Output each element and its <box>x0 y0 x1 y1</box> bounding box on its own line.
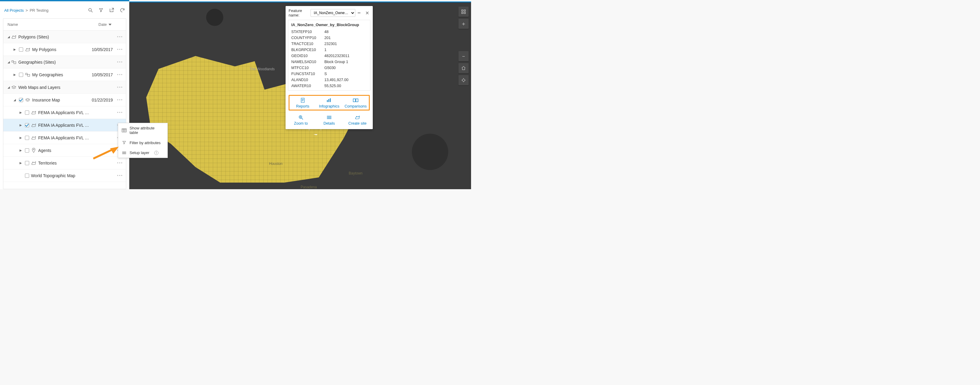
visibility-checkbox[interactable] <box>25 111 29 115</box>
menu-filter-attributes[interactable]: Filter by attributes <box>118 138 167 148</box>
row-menu-icon[interactable]: ••• <box>115 161 123 165</box>
setup-icon <box>122 151 127 155</box>
column-date[interactable]: Date <box>99 22 107 27</box>
polygon-icon <box>25 47 30 52</box>
reports-icon <box>300 98 305 103</box>
svg-rect-22 <box>464 12 466 14</box>
popup-close-icon[interactable]: ✕ <box>364 10 370 16</box>
svg-rect-11 <box>356 99 358 102</box>
polygon-icon <box>31 135 37 140</box>
popup-feature-select[interactable]: IA_NonZero_Owne… <box>310 9 355 17</box>
svg-rect-21 <box>462 12 463 14</box>
project-panel: All Projects > PR Testing Name <box>0 2 129 189</box>
item-date: 01/22/2019 <box>92 98 115 102</box>
group-label: Web Maps and Layers <box>18 85 60 90</box>
expand-icon[interactable]: ▶ <box>18 149 23 152</box>
row-menu-icon[interactable]: ••• <box>115 173 123 178</box>
pin-icon <box>31 148 37 153</box>
row-menu-icon[interactable]: ••• <box>115 98 123 102</box>
svg-line-1 <box>91 11 92 12</box>
column-name[interactable]: Name <box>8 22 18 27</box>
layer-rows: ◢ Polygons (Sites) ••• ▶ My Polygons 10/… <box>3 31 126 189</box>
list-header: Name Date <box>3 19 126 31</box>
polygon-icon <box>31 110 37 115</box>
zoom-out-button[interactable]: － <box>458 51 469 61</box>
svg-rect-10 <box>353 99 355 102</box>
attr-row: STATEFP1048 <box>288 29 370 35</box>
comparisons-icon <box>353 98 358 103</box>
layer-fema-2[interactable]: ▶ FEMA IA Applicants FVL … ••• <box>3 119 126 132</box>
action-comparisons[interactable]: Comparisons <box>342 98 369 108</box>
layers-icon <box>11 85 16 90</box>
menu-setup-layer[interactable]: Setup layer i <box>118 148 167 158</box>
visibility-checkbox[interactable] <box>19 73 23 77</box>
action-create-site[interactable]: Create site <box>343 115 372 125</box>
action-details[interactable]: Details <box>315 115 343 125</box>
popup-minimize-icon[interactable] <box>358 13 360 13</box>
group-webmaps-layers[interactable]: ◢ Web Maps and Layers ••• <box>3 81 126 94</box>
expand-icon[interactable]: ▶ <box>18 136 23 139</box>
map-canvas[interactable]: The Woodlands Houston Baytown Pasadena F… <box>129 2 471 189</box>
visibility-checkbox[interactable] <box>25 161 29 165</box>
row-menu-icon[interactable]: ••• <box>115 60 123 64</box>
visibility-checkbox[interactable] <box>25 123 29 127</box>
row-menu-icon[interactable]: ••• <box>115 110 123 115</box>
annotation-arrow <box>92 147 119 160</box>
svg-rect-20 <box>464 10 466 11</box>
polygon-icon <box>31 161 37 165</box>
row-menu-icon[interactable]: ••• <box>115 72 123 77</box>
zoom-in-button[interactable]: ＋ <box>458 19 469 29</box>
expand-icon[interactable]: ◢ <box>6 35 11 38</box>
sort-desc-icon[interactable] <box>108 24 111 25</box>
visibility-checkbox[interactable] <box>25 136 29 140</box>
expand-icon[interactable]: ▶ <box>18 161 23 165</box>
menu-show-attribute-table[interactable]: Show attribute table <box>118 123 167 138</box>
expand-icon[interactable]: ▶ <box>12 73 17 76</box>
expand-icon[interactable]: ◢ <box>6 86 11 89</box>
expand-icon[interactable]: ▶ <box>18 124 23 127</box>
group-label: Polygons (Sites) <box>18 35 49 40</box>
item-label: FEMA IA Applicants FVL … <box>38 135 89 140</box>
expand-icon[interactable]: ◢ <box>6 60 11 64</box>
home-extent-button[interactable] <box>458 63 469 73</box>
visibility-checkbox[interactable] <box>19 48 23 52</box>
svg-line-35 <box>93 150 113 159</box>
visibility-checkbox[interactable] <box>25 174 29 178</box>
expand-icon[interactable]: ◢ <box>12 98 17 101</box>
row-menu-icon[interactable]: ••• <box>115 35 123 39</box>
layer-fema-3[interactable]: ▶ FEMA IA Applicants FVL … ••• <box>3 132 126 144</box>
visibility-checkbox[interactable] <box>19 98 23 102</box>
item-my-polygons[interactable]: ▶ My Polygons 10/05/2017 ••• <box>3 43 126 56</box>
locate-button[interactable] <box>458 75 469 85</box>
zoom-icon <box>298 115 304 120</box>
item-date: 10/05/2017 <box>92 72 115 77</box>
filter-icon[interactable] <box>99 8 103 13</box>
row-menu-icon[interactable]: ••• <box>115 85 123 89</box>
search-icon[interactable] <box>88 8 93 13</box>
polygon-icon <box>31 123 37 128</box>
layer-list: Name Date ◢ Polygons (Sites) ••• ▶ <box>3 18 126 189</box>
row-menu-icon[interactable]: ••• <box>115 47 123 52</box>
expand-icon[interactable]: ▶ <box>12 48 17 51</box>
create-site-icon <box>355 115 360 120</box>
attr-row: MTFCC10G5030 <box>288 65 370 71</box>
action-reports[interactable]: Reports <box>290 98 316 108</box>
group-geographies-sites[interactable]: ◢ Geographies (Sites) ••• <box>3 56 126 68</box>
refresh-icon[interactable] <box>119 8 125 13</box>
info-icon[interactable]: i <box>154 151 158 155</box>
share-icon[interactable] <box>109 8 114 13</box>
action-infographics[interactable]: Infographics <box>316 98 342 108</box>
expand-icon[interactable]: ▶ <box>18 111 23 114</box>
group-polygons-sites[interactable]: ◢ Polygons (Sites) ••• <box>3 31 126 43</box>
action-zoom-to[interactable]: Zoom to <box>287 115 315 125</box>
map-controls: ＋ － <box>458 6 469 85</box>
breadcrumb-root-link[interactable]: All Projects <box>4 8 24 13</box>
visibility-checkbox[interactable] <box>25 148 29 152</box>
item-insurance-map[interactable]: ◢ Insurance Map 01/22/2019 ••• <box>3 94 126 106</box>
map-grid-button[interactable] <box>458 6 469 17</box>
layer-world-topo[interactable]: World Topographic Map ••• <box>3 170 126 182</box>
item-label: Insurance Map <box>32 98 60 102</box>
layer-fema-1[interactable]: ▶ FEMA IA Applicants FVL … ••• <box>3 106 126 119</box>
item-my-geographies[interactable]: ▶ My Geographies 10/05/2017 ••• <box>3 68 126 81</box>
attr-row: AWATER1055,525.00 <box>288 83 370 90</box>
